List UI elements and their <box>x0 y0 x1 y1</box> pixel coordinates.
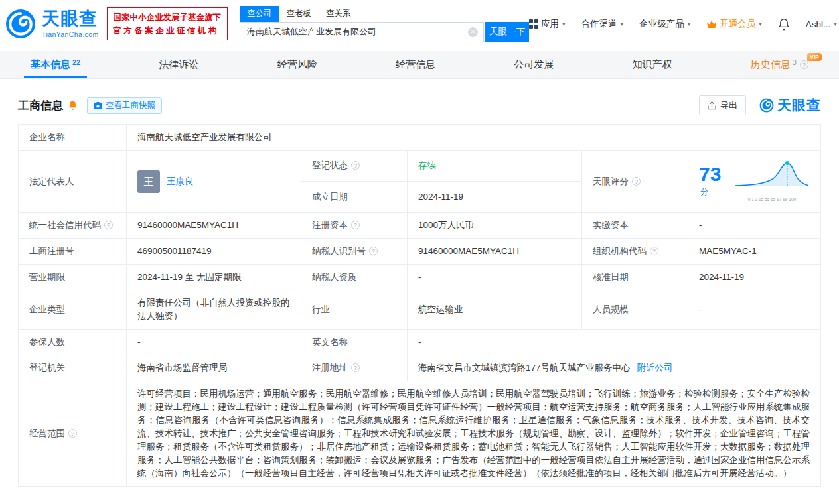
label-taxpayer-id-text: 纳税人识别号 <box>312 246 366 256</box>
chevron-down-icon: ▾ <box>621 21 624 27</box>
nav-enterprise-label: 企业级产品 <box>639 18 684 30</box>
search-tabs: 查公司 查老板 查关系 <box>240 6 529 22</box>
table-row: 企业类型 有限责任公司（非自然人投资或控股的法人独资） 行业 航空运输业 人员规… <box>19 290 821 330</box>
user-menu[interactable]: Ashl... ▾ <box>806 19 837 29</box>
legal-rep-avatar[interactable]: 王 <box>137 170 160 193</box>
question-icon[interactable]: ? <box>351 161 360 170</box>
search-tab-company[interactable]: 查公司 <box>240 6 279 22</box>
label-legal-rep: 法定代表人 <box>19 151 127 213</box>
chevron-down-icon: ▾ <box>834 21 837 27</box>
nav-enterprise[interactable]: 企业级产品 ▾ <box>639 18 690 30</box>
tab-history-info[interactable]: 历史信息 3 ? VIP <box>744 51 815 78</box>
header-nav: 应用 ▾ 合作渠道 ▾ 企业级产品 ▾ 开通会员 ▾ <box>529 18 837 31</box>
value-reg-address: 海南省文昌市文城镇滨湾路177号航天城产业服务中心附近公司 <box>408 355 821 381</box>
tab-operating-risk[interactable]: 经营风险 <box>271 51 324 78</box>
tab-legal-proceedings-label: 法律诉讼 <box>159 58 199 71</box>
table-row: 经营范围? 许可经营项目：民用机场运营；通用航空服务；民用航空器维修；民用航空维… <box>19 381 821 487</box>
table-row: 统一社会信用代码? 91460000MAE5MYAC1H 注册资本? 1000万… <box>19 213 821 239</box>
tab-intellectual-property-label: 知识产权 <box>633 58 672 71</box>
label-business-scope-text: 经营范围 <box>29 428 65 438</box>
table-row: 参保人数 - 英文名称 - <box>19 330 821 355</box>
tab-operating-info[interactable]: 经营信息 <box>389 51 442 78</box>
business-info-header: 工商信息 查看工商快照 导出 <box>18 95 821 115</box>
tianyan-score[interactable]: 73分 0 1 3 15 55 65 97 99 100 <box>699 157 810 206</box>
label-english-name: 英文名称 <box>301 330 408 355</box>
value-reg-authority: 海南省市场监督管理局 <box>127 355 301 381</box>
credential-line1: 国家中小企业发展子基金旗下 <box>114 11 222 24</box>
business-info-table: 企业名称 海南航天城低空产业发展有限公司 法定代表人 王 王康良 登记状态? 存… <box>18 124 821 487</box>
question-icon[interactable]: ? <box>369 247 378 255</box>
search-area: 查公司 查老板 查关系 ✕ 天眼一下 <box>240 6 529 42</box>
label-insured-count: 参保人数 <box>19 330 127 355</box>
label-reg-authority: 登记机关 <box>19 355 127 381</box>
logo-subtitle: TianYanCha.com <box>42 31 99 38</box>
nav-apps[interactable]: 应用 ▾ <box>529 18 566 30</box>
table-row: 登记机关 海南省市场监督管理局 注册地址? 海南省文昌市文城镇滨湾路177号航天… <box>19 355 821 381</box>
question-icon[interactable]: ? <box>104 221 113 229</box>
value-approval-date: 2024-11-19 <box>688 265 821 290</box>
label-reg-capital: 注册资本? <box>301 213 408 239</box>
label-paid-capital: 实缴资本 <box>582 213 688 239</box>
value-legal-rep: 王 王康良 <box>127 151 301 213</box>
label-reg-status-text: 登记状态 <box>312 160 348 170</box>
status-badge: 存续 <box>418 160 436 170</box>
label-reg-no: 工商注册号 <box>19 239 127 265</box>
search-tab-boss[interactable]: 查老板 <box>279 6 319 22</box>
tianyancha-logo-icon <box>5 9 36 39</box>
value-reg-no: 469005001187419 <box>127 239 301 265</box>
label-reg-address: 注册地址? <box>301 355 408 381</box>
clear-icon[interactable]: ✕ <box>468 27 478 37</box>
nearby-companies-link[interactable]: 附近公司 <box>637 363 673 373</box>
label-company-name: 企业名称 <box>19 125 127 151</box>
business-snapshot-label: 查看工商快照 <box>106 100 155 111</box>
reg-address-text: 海南省文昌市文城镇滨湾路177号航天城产业服务中心 <box>418 363 631 373</box>
camera-icon <box>94 102 102 109</box>
score-value: 73 <box>699 163 721 185</box>
value-business-scope: 许可经营项目：民用机场运营；通用航空服务；民用航空器维修；民用航空维修人员培训；… <box>127 381 821 487</box>
label-reg-status: 登记状态? <box>301 151 408 182</box>
label-business-term: 营业期限 <box>19 265 127 290</box>
question-icon[interactable]: ? <box>351 363 360 372</box>
business-snapshot-button[interactable]: 查看工商快照 <box>87 97 162 114</box>
question-icon[interactable]: ? <box>68 429 77 438</box>
search-button[interactable]: 天眼一下 <box>485 22 529 42</box>
score-unit: 分 <box>700 187 708 196</box>
legal-rep-link[interactable]: 王康良 <box>167 175 194 188</box>
subscribe-bell-icon[interactable] <box>68 100 78 111</box>
value-org-code: MAE5MYAC-1 <box>688 239 821 265</box>
value-taxpayer-quality: - <box>408 265 582 290</box>
nav-apps-label: 应用 <box>541 18 559 30</box>
tab-legal-proceedings[interactable]: 法律诉讼 <box>153 51 206 78</box>
export-label: 导出 <box>720 99 737 111</box>
question-icon[interactable]: ? <box>800 60 808 69</box>
question-icon[interactable]: ? <box>632 177 641 186</box>
question-icon[interactable]: ? <box>650 247 658 255</box>
notifications-button[interactable] <box>778 18 790 31</box>
value-tianyan-score: 73分 0 1 3 15 55 65 97 99 100 <box>688 151 821 213</box>
search-tab-relation[interactable]: 查关系 <box>319 6 358 22</box>
export-button[interactable]: 导出 <box>699 95 746 115</box>
tab-basic-info-label: 基本信息 <box>31 58 70 71</box>
watermark-logo-icon <box>759 98 774 113</box>
nav-open-vip[interactable]: 开通会员 ▾ <box>706 18 762 30</box>
table-row: 营业期限 2024-11-19 至 无固定期限 纳税人资质 - 核准日期 202… <box>19 265 821 290</box>
label-credit-code-text: 统一社会信用代码 <box>29 220 101 230</box>
nav-channel[interactable]: 合作渠道 ▾ <box>581 18 624 30</box>
tab-intellectual-property[interactable]: 知识产权 <box>626 51 679 78</box>
score-axis-ticks: 0 1 3 15 55 65 97 99 100 <box>734 193 810 206</box>
value-taxpayer-id: 91460000MAE5MYAC1H <box>408 239 582 265</box>
tab-company-development[interactable]: 公司发展 <box>507 51 560 78</box>
tab-basic-info[interactable]: 基本信息 22 <box>24 51 87 78</box>
table-row: 法定代表人 王 王康良 登记状态? 存续 天眼评分? 73分 <box>19 151 821 182</box>
table-row: 工商注册号 469005001187419 纳税人识别号? 91460000MA… <box>19 239 821 265</box>
search-input[interactable] <box>240 22 484 42</box>
question-icon[interactable]: ? <box>351 221 360 229</box>
label-credit-code: 统一社会信用代码? <box>19 213 127 239</box>
tab-history-info-label: 历史信息 <box>751 58 791 71</box>
value-company-type: 有限责任公司（非自然人投资或控股的法人独资） <box>127 290 301 330</box>
top-header: 天眼查 TianYanCha.com 国家中小企业发展子基金旗下 官方备案企业征… <box>0 0 839 48</box>
label-tianyan-score-text: 天眼评分 <box>593 176 629 186</box>
value-paid-capital: - <box>688 213 821 239</box>
tab-basic-info-count: 22 <box>72 58 80 66</box>
tianyancha-logo[interactable]: 天眼查 TianYanCha.com <box>5 9 99 39</box>
